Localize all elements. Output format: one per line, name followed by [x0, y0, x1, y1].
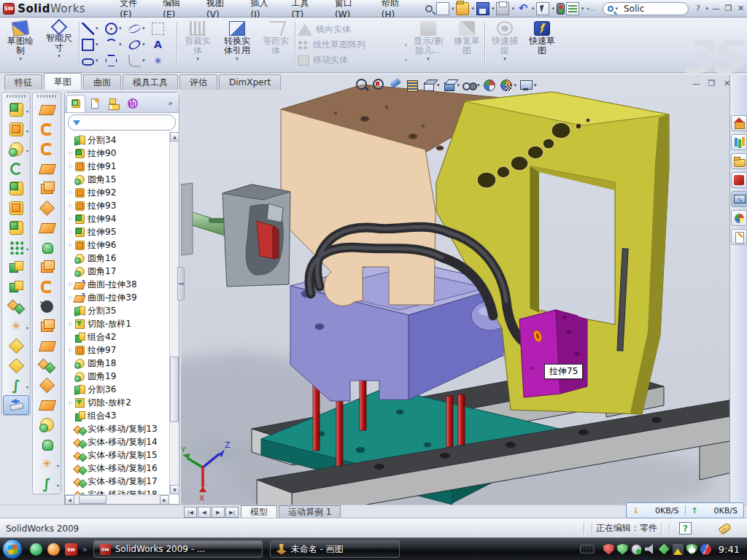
feature-tree-item[interactable]: ▷切除-放样2 [65, 396, 179, 409]
previous-view-button[interactable] [388, 78, 403, 93]
dropdown-caret-icon[interactable]: ▾ [142, 58, 145, 63]
feature-tree-item[interactable]: 实体-移动/复制15 [65, 448, 179, 462]
circle-button[interactable]: ▾ [105, 20, 128, 36]
instant3d-button[interactable] [3, 395, 29, 415]
mid-surface-button[interactable] [34, 336, 60, 356]
appearances-tab[interactable] [731, 191, 747, 207]
dropdown-caret-icon[interactable]: ▾ [57, 463, 59, 468]
extruded-cut-button[interactable]: ▾ [3, 120, 29, 139]
offset-entities-button[interactable]: 等距实体 [258, 20, 293, 69]
extend-surface-button[interactable] [34, 238, 60, 257]
scroll-up-button[interactable]: ▲ [170, 132, 179, 141]
dropdown-caret-icon[interactable]: ▾ [477, 82, 480, 88]
tree-horizontal-scrollbar[interactable]: ◀ ▶ [65, 494, 169, 504]
new-document-icon[interactable] [436, 2, 449, 15]
dropdown-caret-icon[interactable]: ▾ [26, 246, 28, 252]
freeform-surface-button[interactable] [34, 376, 60, 395]
view-orientation-button[interactable]: ▾ [422, 78, 440, 93]
insert-part-button[interactable]: ✳▾ [3, 316, 29, 336]
trim-entities-button[interactable]: 剪裁实体 ▾ [179, 20, 216, 69]
feature-tree-item[interactable]: ▷拉伸96 [65, 238, 179, 252]
curved-surface-button[interactable] [34, 277, 60, 297]
insert-star-button[interactable]: ✳▾ [34, 454, 60, 474]
tab-features[interactable]: 特征 [4, 74, 42, 90]
dropdown-caret-icon[interactable]: ▾ [26, 109, 28, 114]
mirror-entities-button[interactable]: 镜向实体 [298, 22, 407, 37]
tab-property-manager[interactable] [85, 95, 104, 112]
tab-model[interactable]: 模型 [241, 505, 277, 518]
dropdown-caret-icon[interactable]: ▾ [96, 42, 98, 47]
pin-icon[interactable] [425, 5, 433, 12]
help-caret-icon[interactable]: ▾ [705, 6, 708, 12]
save-caret-icon[interactable]: ▾ [492, 6, 495, 12]
dome-button[interactable] [34, 435, 60, 454]
expand-arrow-icon[interactable]: ▷ [67, 242, 74, 248]
gear-tray-icon[interactable] [631, 544, 642, 555]
options-caret-icon[interactable]: ▾ [581, 6, 584, 12]
doc-restore-button[interactable]: ❐ [704, 79, 719, 88]
split-bodies-button[interactable] [3, 277, 29, 297]
file-explorer-tab[interactable] [731, 153, 747, 169]
feature-tree-item[interactable]: ▷拉伸94 [65, 212, 179, 225]
select-caret-icon[interactable]: ▾ [551, 6, 554, 12]
sketch-caret-icon[interactable]: ▾ [19, 56, 22, 62]
expand-arrow-icon[interactable]: ▷ [67, 216, 74, 222]
search-caret-icon[interactable]: ▾ [615, 6, 618, 12]
offset-surface-button[interactable] [34, 198, 60, 218]
balloon-tray-icon[interactable] [700, 544, 711, 555]
sketch-button[interactable]: 草图绘制 ▾ [1, 20, 39, 69]
scroll-thumb[interactable] [170, 357, 179, 421]
linear-sketch-pattern-button[interactable]: 线性草图阵列 ▾ [298, 37, 407, 52]
undo-caret-icon[interactable]: ▾ [532, 6, 535, 12]
keyboard-icon[interactable] [580, 545, 595, 553]
tab-mold-tools[interactable]: 模具工具 [123, 74, 178, 90]
search-input[interactable]: Solic [624, 4, 644, 14]
feature-tree-item[interactable]: 分割36 [65, 383, 179, 396]
expand-arrow-icon[interactable]: ▷ [67, 229, 74, 235]
expand-arrow-icon[interactable]: ▷ [67, 163, 74, 169]
lofted-surface-button[interactable] [34, 159, 60, 179]
new-caret-icon[interactable]: ▾ [452, 6, 454, 12]
extruded-boss-button[interactable]: ▾ [3, 100, 29, 120]
spline-feature-button[interactable]: ∫▾ [3, 376, 29, 395]
shield-green-tray-icon[interactable] [617, 544, 628, 555]
line-button[interactable]: ▾ [82, 20, 105, 36]
design-library-tab[interactable] [731, 134, 747, 150]
expand-arrow-icon[interactable]: ▷ [67, 347, 74, 353]
feature-tree-item[interactable]: 圆角19 [65, 370, 179, 383]
print-caret-icon[interactable]: ▾ [511, 6, 514, 12]
open-caret-icon[interactable]: ▾ [471, 6, 474, 12]
panel-overflow-icon[interactable]: » [168, 98, 173, 108]
spline-surface-button[interactable]: ∫▾ [34, 474, 60, 494]
feature-tree-item[interactable]: 圆角17 [65, 265, 179, 278]
feature-tree-item[interactable]: 分割35 [65, 304, 179, 317]
help-icon[interactable]: ? [692, 4, 704, 13]
taskbar-clock[interactable]: 9:41 [719, 544, 740, 555]
close-button[interactable]: ✕ [735, 4, 747, 13]
minimize-button[interactable]: — [710, 4, 722, 13]
tree-filter-box[interactable] [68, 114, 176, 131]
centerpoint-arc-button[interactable]: ▾ [105, 36, 128, 52]
hide-show-items-button[interactable]: ▾ [462, 78, 480, 93]
tag-icon[interactable] [719, 522, 732, 534]
feature-tree-item[interactable]: 组合43 [65, 409, 179, 422]
convert-entities-button[interactable]: 转换实体引用 ▾ [217, 20, 257, 69]
tab-motion-study[interactable]: 运动算例 1 [279, 505, 341, 518]
tab-configuration-manager[interactable] [104, 95, 123, 112]
dropdown-caret-icon[interactable]: ▾ [119, 26, 122, 31]
toolbar-grip[interactable] [7, 95, 26, 98]
spline-button[interactable]: ▾ [128, 20, 152, 36]
point-button[interactable]: ✳ [152, 52, 175, 69]
sketch-fillet-button[interactable]: ▾ [128, 52, 152, 69]
select-icon[interactable] [536, 2, 549, 15]
feature-tree-item[interactable]: ▷拉伸93 [65, 199, 179, 212]
trim-surface-button[interactable] [34, 395, 60, 415]
dashed-curve-button[interactable] [3, 356, 29, 376]
rebuild-icon[interactable] [557, 3, 565, 15]
feature-tree-item[interactable]: 实体-移动/复制17 [65, 475, 179, 488]
panel-splitter-handle[interactable]: ◂◂ [177, 267, 185, 300]
restore-button[interactable]: ❐ [722, 4, 735, 13]
dropdown-caret-icon[interactable]: ▾ [142, 42, 145, 47]
feature-tree-item[interactable]: ▷切除-放样1 [65, 317, 179, 330]
linear-pattern-button[interactable]: ▾ [3, 238, 29, 257]
